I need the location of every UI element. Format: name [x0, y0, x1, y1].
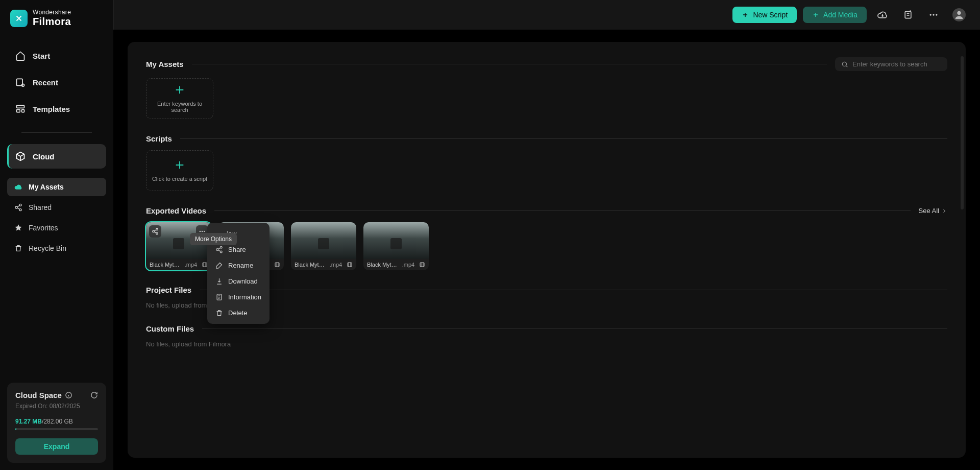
svg-point-27: [220, 251, 222, 253]
search-box[interactable]: [835, 57, 947, 71]
more-options-tooltip: More Options: [190, 233, 237, 245]
ctx-item-download[interactable]: Download: [207, 273, 270, 289]
svg-point-15: [156, 228, 158, 230]
cloud-space-title: Cloud Space: [15, 391, 62, 400]
add-asset-card[interactable]: Enter keywords to search: [146, 78, 213, 119]
svg-point-10: [930, 14, 932, 15]
video-card[interactable]: Black Myth ... .mp4: [146, 222, 211, 270]
add-script-card[interactable]: Click to create a script: [146, 150, 213, 191]
recent-icon: [15, 77, 26, 87]
cloud-expired-label: Expired On:: [15, 403, 47, 410]
ctx-label-information: Information: [228, 293, 261, 301]
info-icon: [65, 391, 72, 399]
cloud-used: 91.27 MB: [15, 418, 42, 425]
svg-point-1: [22, 84, 24, 87]
share-overlay-icon[interactable]: [149, 225, 161, 238]
sidebar-item-my-assets[interactable]: My Assets: [7, 178, 106, 196]
svg-point-26: [216, 249, 218, 251]
svg-point-6: [15, 206, 17, 208]
video-card[interactable]: Black Myth Ga... .mp4: [291, 222, 356, 270]
svg-rect-23: [348, 263, 352, 267]
video-name: Black Myth Ga...: [295, 262, 325, 268]
sidebar-item-recycle-bin[interactable]: Recycle Bin: [7, 239, 106, 257]
film-icon: [347, 262, 353, 268]
svg-rect-21: [203, 263, 207, 267]
svg-rect-4: [22, 110, 24, 112]
home-icon: [15, 51, 26, 61]
nav-label-recent: Recent: [33, 78, 58, 87]
svg-point-12: [936, 14, 937, 15]
section-exported-videos: Exported Videos See All: [146, 206, 947, 270]
nav-divider: [21, 132, 92, 133]
exported-title: Exported Videos: [146, 206, 206, 215]
scripts-title: Scripts: [146, 134, 172, 143]
share-icon: [215, 246, 223, 253]
ctx-label-rename: Rename: [228, 262, 253, 269]
notes-icon[interactable]: [898, 5, 918, 25]
add-script-caption: Click to create a script: [148, 176, 211, 182]
nav-item-recent[interactable]: Recent: [7, 70, 106, 95]
video-thumbnail: [291, 222, 356, 259]
plus-icon: [174, 84, 185, 96]
svg-point-20: [204, 231, 205, 232]
svg-rect-2: [17, 106, 24, 108]
document-icon: [215, 293, 223, 301]
nav-item-start[interactable]: Start: [7, 43, 106, 68]
ctx-label-download: Download: [228, 277, 258, 285]
user-avatar[interactable]: [949, 5, 969, 25]
nav-label-templates: Templates: [33, 105, 70, 113]
add-media-button[interactable]: Add Media: [803, 7, 867, 23]
ctx-item-delete[interactable]: Delete: [207, 305, 270, 321]
nav-label-cloud: Cloud: [33, 152, 55, 161]
search-input[interactable]: [852, 60, 941, 68]
more-icon[interactable]: [924, 5, 943, 25]
refresh-icon[interactable]: [90, 391, 98, 399]
sub-label-recycle: Recycle Bin: [29, 244, 66, 252]
ctx-item-rename[interactable]: Rename: [207, 257, 270, 273]
primary-nav: Start Recent Templates Cloud: [0, 36, 113, 169]
svg-rect-24: [420, 263, 424, 267]
content-panel: My Assets Enter keywords to search: [128, 42, 966, 458]
new-script-button[interactable]: New Script: [732, 7, 797, 23]
see-all-link[interactable]: See All: [919, 207, 947, 215]
sub-label-favorites: Favorites: [29, 224, 58, 232]
see-all-label: See All: [919, 207, 939, 215]
svg-point-18: [200, 231, 201, 232]
cloud-total: 282.00 GB: [43, 418, 72, 425]
nav-item-cloud[interactable]: Cloud: [7, 144, 106, 169]
film-icon: [419, 262, 425, 268]
video-thumbnail: [363, 222, 429, 259]
video-name: Black Myth ...: [150, 262, 180, 268]
sub-label-shared: Shared: [29, 203, 52, 212]
chevron-right-icon: [941, 208, 947, 214]
video-name: Black Myth Ga...: [367, 262, 398, 268]
svg-point-5: [19, 204, 21, 206]
project-files-title: Project Files: [146, 286, 191, 294]
nav-item-templates[interactable]: Templates: [7, 97, 106, 121]
plus-icon: [174, 159, 185, 171]
cloud-icon: [14, 183, 22, 191]
my-assets-title: My Assets: [146, 60, 184, 68]
custom-files-empty: No files, upload from Filmora: [146, 340, 947, 348]
edit-icon: [215, 262, 223, 269]
ctx-label-delete: Delete: [228, 309, 248, 317]
secondary-nav: My Assets Shared Favorites Recycle Bin: [0, 178, 113, 257]
svg-point-19: [202, 231, 203, 232]
templates-icon: [15, 104, 26, 114]
download-icon: [215, 277, 223, 285]
sidebar-item-shared[interactable]: Shared: [7, 198, 106, 217]
scrollbar[interactable]: [961, 56, 964, 209]
svg-point-16: [153, 230, 155, 232]
svg-point-17: [156, 232, 158, 234]
ctx-item-information[interactable]: Information: [207, 289, 270, 305]
video-card[interactable]: Black Myth Ga... .mp4: [363, 222, 429, 270]
expand-button[interactable]: Expand: [15, 438, 98, 455]
cloud-download-icon[interactable]: [873, 5, 892, 25]
section-my-assets: My Assets Enter keywords to search: [146, 57, 947, 119]
video-ext: .mp4: [402, 262, 414, 268]
svg-point-7: [19, 209, 21, 211]
sidebar-item-favorites[interactable]: Favorites: [7, 219, 106, 237]
plus-icon: [812, 11, 819, 18]
film-icon: [274, 262, 280, 268]
star-icon: [14, 224, 22, 232]
